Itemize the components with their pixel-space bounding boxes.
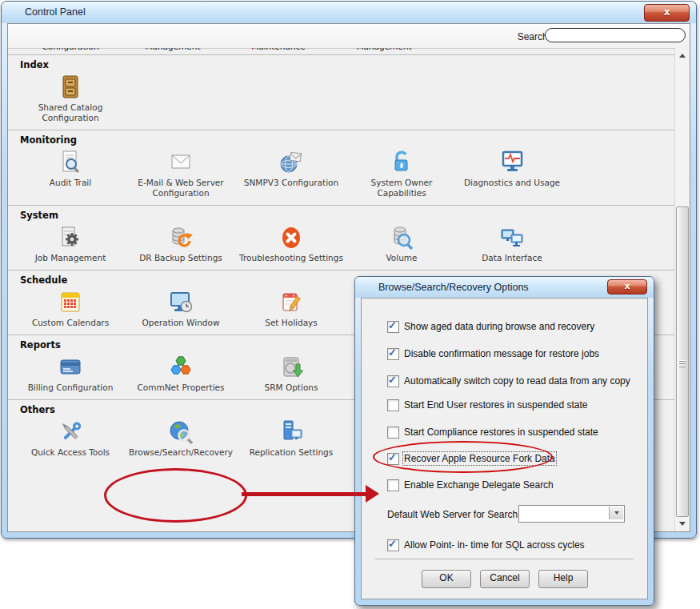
item-label: SRM Options — [265, 383, 318, 393]
checkbox-show-aged-data-during-browse-and-recover[interactable]: ✓Show aged data during browse and recove… — [387, 320, 594, 333]
browse-icon — [167, 417, 194, 446]
red-ellipse-annotation — [373, 441, 553, 473]
holidays-icon — [278, 287, 305, 316]
checkbox-box[interactable] — [387, 399, 399, 411]
panel-item-diagnostics-and-usage[interactable]: Diagnostics and Usage — [457, 147, 567, 198]
section-items: Job ManagementDR Backup SettingsTroubles… — [8, 222, 675, 263]
item-label: Set Holidays — [265, 318, 318, 328]
scrollbar-grip-icon — [679, 359, 686, 368]
panel-item-billing-configuration[interactable]: Billing Configuration — [15, 352, 126, 393]
panel-item-srm-options[interactable]: SRM Options — [236, 352, 346, 393]
dialog-close-button[interactable]: x — [607, 279, 647, 294]
checkbox-label: Disable confirmation message for restore… — [404, 348, 599, 359]
item-label: Data Interface — [482, 253, 542, 263]
browse-search-recovery-options-dialog: Browse/Search/Recovery Options x Default… — [354, 276, 654, 606]
item-label: Shared Catalog Configuration — [15, 102, 126, 123]
panel-item-shared-catalog-configuration[interactable]: Shared Catalog Configuration — [15, 72, 126, 123]
search-input[interactable] — [545, 28, 686, 42]
checkmark-icon: ✓ — [388, 538, 397, 550]
billing-icon — [57, 352, 84, 381]
panel-item-e-mail-web-server-configuration[interactable]: E-Mail & Web Server Configuration — [126, 147, 236, 198]
clipped-label: Configuration — [42, 48, 98, 51]
item-label: Operation Window — [142, 318, 220, 328]
item-label: Troubleshooting Settings — [239, 253, 343, 263]
item-label: Volume — [386, 253, 417, 263]
panel-item-browse-search-recovery[interactable]: Browse/Search/Recovery — [126, 417, 236, 458]
checkmark-icon: ✓ — [388, 347, 397, 359]
clipped-row: ConfigurationManagementMaintenanceManage… — [8, 48, 675, 54]
panel-item-data-interface[interactable]: Data Interface — [457, 222, 567, 263]
datainterface-icon — [498, 222, 526, 251]
checkbox-box[interactable]: ✓ — [387, 539, 399, 551]
checkbox-allow-point-in-time-for-sql-across-cycle[interactable]: ✓Allow Point- in- time for SQL across cy… — [387, 539, 585, 551]
dropdown-arrow-button[interactable] — [609, 507, 623, 519]
item-label: Replication Settings — [250, 447, 334, 458]
scrollbar-thumb[interactable] — [676, 206, 689, 517]
panel-item-audit-trail[interactable]: Audit Trail — [15, 147, 126, 198]
close-button[interactable]: x — [644, 4, 690, 22]
titlebar[interactable]: Control Panel — [2, 2, 696, 23]
opwindow-icon — [167, 287, 194, 316]
panel-item-job-management[interactable]: Job Management — [15, 222, 126, 263]
snmp-icon — [278, 147, 305, 176]
item-label: Diagnostics and Usage — [464, 178, 560, 188]
red-arrow-head-icon — [366, 485, 379, 503]
panel-item-system-owner-capabilities[interactable]: System Owner Capabilities — [346, 147, 457, 198]
diagnostics-icon — [498, 147, 526, 176]
item-label: Job Management — [35, 253, 106, 263]
troubleshoot-icon — [278, 222, 305, 251]
checkbox-automatically-switch-copy-to-read-data-f[interactable]: ✓Automatically switch copy to read data … — [387, 375, 630, 387]
item-label: E-Mail & Web Server Configuration — [126, 178, 236, 198]
volume-icon — [388, 222, 415, 251]
red-arrow-line — [242, 492, 366, 496]
section-index: IndexShared Catalog Configuration — [8, 54, 675, 130]
window-title: Control Panel — [25, 6, 86, 18]
item-label: Quick Access Tools — [31, 447, 110, 458]
default-web-server-dropdown[interactable] — [518, 505, 625, 523]
panel-item-custom-calendars[interactable]: Custom Calendars — [15, 287, 126, 328]
scroll-up-button[interactable] — [676, 50, 688, 62]
item-label: SNMPV3 Configuration — [244, 178, 338, 188]
checkbox-label: Show aged data during browse and recover… — [404, 321, 594, 332]
checkbox-box[interactable]: ✓ — [387, 375, 399, 387]
checkbox-start-end-user-restores-in-suspended-sta[interactable]: Start End User restores in suspended sta… — [387, 399, 587, 411]
srm-icon — [278, 352, 305, 381]
item-label: Custom Calendars — [32, 318, 109, 328]
panel-item-snmpv3-configuration[interactable]: SNMPV3 Configuration — [236, 147, 346, 198]
checkbox-box[interactable] — [387, 427, 399, 439]
checkbox-label: Allow Point- in- time for SQL across cyc… — [404, 539, 585, 551]
panel-item-replication-settings[interactable]: Replication Settings — [236, 417, 346, 458]
audit-icon — [57, 147, 84, 176]
scroll-down-button[interactable] — [676, 518, 688, 530]
help-button[interactable]: Help — [538, 570, 588, 588]
item-label: Billing Configuration — [28, 383, 114, 393]
default-web-server-label: Default Web Server for Search — [387, 509, 518, 520]
checkbox-box[interactable]: ✓ — [387, 321, 399, 333]
checkbox-disable-confirmation-message-for-restore[interactable]: ✓Disable confirmation message for restor… — [387, 347, 599, 360]
checkbox-box[interactable]: ✓ — [387, 348, 399, 360]
clipped-label: Management — [356, 48, 411, 51]
job-icon — [57, 222, 84, 251]
section-system: SystemJob ManagementDR Backup SettingsTr… — [8, 205, 675, 270]
vertical-scrollbar[interactable] — [674, 48, 690, 531]
ok-button[interactable]: OK — [422, 570, 471, 588]
email-icon — [167, 147, 194, 176]
panel-item-troubleshooting-settings[interactable]: Troubleshooting Settings — [236, 222, 346, 263]
checkbox-start-compliance-restores-in-suspended-s[interactable]: Start Compliance restores in suspended s… — [387, 426, 598, 439]
panel-item-quick-access-tools[interactable]: Quick Access Tools — [15, 417, 126, 458]
panel-item-set-holidays[interactable]: Set Holidays — [236, 287, 346, 328]
clipped-label: Management — [145, 48, 200, 51]
panel-item-volume[interactable]: Volume — [346, 222, 457, 263]
checkbox-box[interactable] — [387, 479, 399, 491]
catalog-icon — [57, 72, 84, 101]
cancel-button[interactable]: Cancel — [480, 570, 530, 588]
checkbox-enable-exchange-delegate-search[interactable]: Enable Exchange Delegate Search — [387, 479, 554, 491]
section-items: Audit TrailE-Mail & Web Server Configura… — [8, 147, 675, 198]
commnet-icon — [167, 352, 194, 381]
panel-item-dr-backup-settings[interactable]: DR Backup Settings — [126, 222, 236, 263]
tools-icon — [57, 417, 84, 446]
item-label: DR Backup Settings — [139, 253, 222, 263]
checkbox-label: Start End User restores in suspended sta… — [404, 399, 587, 411]
panel-item-operation-window[interactable]: Operation Window — [126, 287, 236, 328]
panel-item-commnet-properties[interactable]: CommNet Properties — [126, 352, 236, 393]
